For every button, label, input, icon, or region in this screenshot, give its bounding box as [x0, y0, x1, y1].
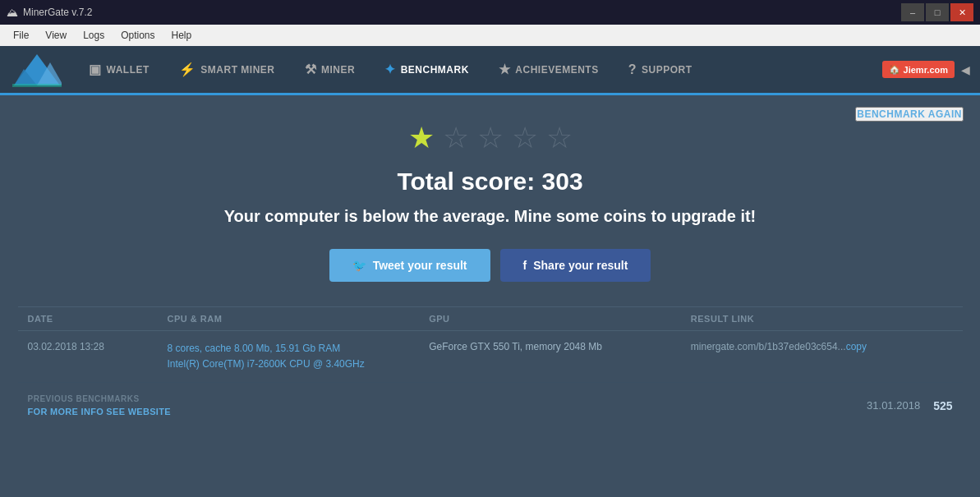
title-bar: ⛰ MinerGate v.7.2 – □ ✕ [0, 0, 980, 25]
nav-label-wallet: WALLET [107, 64, 150, 76]
nav-label-miner: MINER [321, 64, 355, 76]
table-row: 03.02.2018 13:28 8 cores, cache 8.00 Mb,… [18, 331, 963, 383]
star-3: ☆ [477, 123, 504, 153]
twitter-icon: 🐦 [352, 259, 366, 272]
share-label: Share your result [533, 259, 628, 272]
action-buttons: 🐦 Tweet your result f Share your result [329, 249, 651, 282]
menu-bar: File View Logs Options Help [0, 25, 980, 46]
nav-item-support[interactable]: ? SUPPORT [614, 46, 707, 95]
below-average-message: Your computer is below the average. Mine… [224, 207, 757, 226]
minimize-button[interactable]: – [901, 3, 924, 21]
title-bar-left: ⛰ MinerGate v.7.2 [7, 6, 92, 19]
support-icon: ? [628, 62, 637, 77]
cpu-line1: 8 cores, cache 8.00 Mb, 15.91 Gb RAM [168, 341, 430, 357]
title-bar-controls: – □ ✕ [901, 3, 973, 21]
wallet-icon: ▣ [89, 62, 102, 77]
menu-options[interactable]: Options [114, 28, 161, 43]
maximize-button[interactable]: □ [926, 3, 949, 21]
facebook-icon: f [523, 259, 527, 272]
achievements-icon: ★ [499, 62, 511, 77]
prev-date: 31.01.2018 [867, 399, 920, 412]
jiemr-label: Jiemr.com [904, 65, 948, 75]
miner-icon: ⚒ [305, 62, 317, 77]
total-score: Total score: 303 [397, 168, 582, 196]
tweet-label: Tweet your result [373, 259, 467, 272]
cpu-line2: Intel(R) Core(TM) i7-2600K CPU @ 3.40GHz [168, 357, 430, 372]
prev-left: PREVIOUS BENCHMARKS FOR MORE INFO SEE WE… [28, 394, 171, 416]
previous-benchmarks-section: PREVIOUS BENCHMARKS FOR MORE INFO SEE WE… [18, 383, 963, 420]
star-5: ☆ [546, 123, 573, 153]
results-table: DATE CPU & RAM GPU RESULT LINK 03.02.201… [18, 306, 963, 383]
copy-link-button[interactable]: copy [846, 341, 867, 352]
star-2: ☆ [443, 123, 469, 153]
menu-logs[interactable]: Logs [76, 28, 111, 43]
benchmark-again-button[interactable]: BENCHMARK AGAIN [855, 107, 964, 122]
app-window: ⛰ MinerGate v.7.2 – □ ✕ File View Logs O… [0, 0, 980, 497]
col-header-cpu: CPU & RAM [168, 314, 430, 324]
prev-right: 31.01.2018 525 [867, 399, 952, 412]
menu-file[interactable]: File [7, 28, 35, 43]
nav-item-smart-miner[interactable]: ⚡ SMART MINER [164, 46, 290, 95]
menu-view[interactable]: View [39, 28, 73, 43]
star-1: ★ [408, 123, 435, 153]
prev-website-link[interactable]: FOR MORE INFO SEE WEBSITE [28, 407, 171, 416]
nav-right: 🏠 Jiemr.com ◀ [872, 46, 980, 93]
tweet-button[interactable]: 🐦 Tweet your result [329, 249, 490, 282]
table-header: DATE CPU & RAM GPU RESULT LINK [18, 307, 963, 331]
nav-label-achievements: ACHIEVEMENTS [515, 64, 598, 76]
app-icon: ⛰ [7, 6, 18, 19]
col-header-date: DATE [28, 314, 168, 324]
star-4: ☆ [512, 123, 538, 153]
row-gpu: GeForce GTX 550 Ti, memory 2048 Mb [429, 341, 691, 352]
stars-row: ★ ☆ ☆ ☆ ☆ [408, 123, 573, 153]
row-cpu: 8 cores, cache 8.00 Mb, 15.91 Gb RAM Int… [168, 341, 430, 372]
nav-label-benchmark: BENCHMARK [401, 64, 469, 76]
nav-label-support: SUPPORT [642, 64, 692, 76]
prev-section-label: PREVIOUS BENCHMARKS [28, 394, 171, 403]
row-result-link: minergate.com/b/1b37ede03c654...copy [691, 341, 953, 352]
nav-items: ▣ WALLET ⚡ SMART MINER ⚒ MINER ✦ BENCHMA… [74, 46, 872, 93]
logo-icon [12, 53, 62, 87]
nav-item-miner[interactable]: ⚒ MINER [290, 46, 370, 95]
menu-help[interactable]: Help [165, 28, 199, 43]
row-date: 03.02.2018 13:28 [28, 341, 168, 352]
logo-area [0, 46, 74, 93]
close-button[interactable]: ✕ [950, 3, 973, 21]
benchmark-icon: ✦ [384, 62, 396, 77]
nav-item-benchmark[interactable]: ✦ BENCHMARK [370, 46, 484, 95]
app-title: MinerGate v.7.2 [23, 7, 92, 18]
nav-label-smart-miner: SMART MINER [200, 64, 274, 76]
svg-marker-3 [12, 84, 62, 87]
smart-miner-icon: ⚡ [179, 62, 196, 77]
nav-item-achievements[interactable]: ★ ACHIEVEMENTS [484, 46, 614, 95]
jiemr-icon: 🏠 [889, 64, 900, 75]
jiemr-badge[interactable]: 🏠 Jiemr.com [882, 61, 955, 78]
share-button[interactable]: f Share your result [500, 249, 651, 282]
col-header-result: RESULT LINK [691, 314, 953, 324]
nav-arrow-icon[interactable]: ◀ [961, 63, 970, 76]
col-header-gpu: GPU [429, 314, 691, 324]
nav-bar: ▣ WALLET ⚡ SMART MINER ⚒ MINER ✦ BENCHMA… [0, 46, 980, 95]
nav-item-wallet[interactable]: ▣ WALLET [74, 46, 164, 95]
result-link-text: minergate.com/b/1b37ede03c654... [691, 341, 846, 352]
prev-score: 525 [933, 399, 952, 412]
main-content: BENCHMARK AGAIN ★ ☆ ☆ ☆ ☆ Total score: 3… [0, 95, 980, 497]
